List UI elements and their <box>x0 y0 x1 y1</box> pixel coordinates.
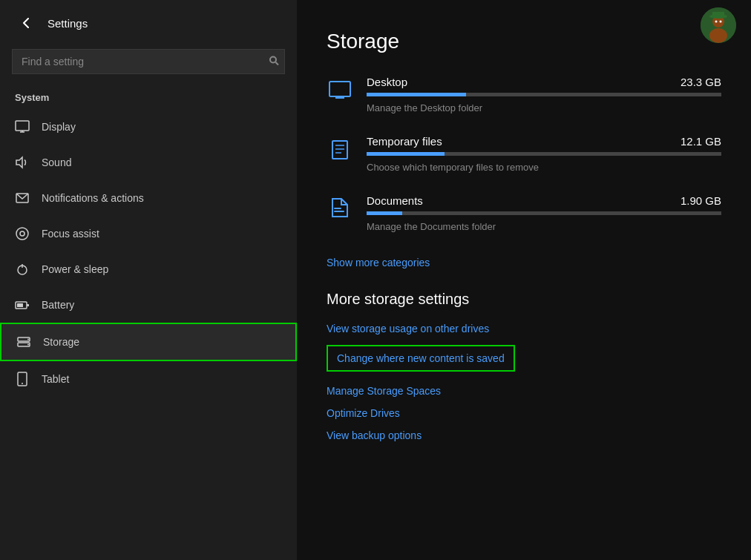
svg-rect-13 <box>17 303 23 307</box>
svg-point-0 <box>270 57 276 63</box>
documents-storage-desc: Manage the Documents folder <box>367 221 496 232</box>
sound-label: Sound <box>42 157 71 168</box>
sidebar-item-battery[interactable]: Battery <box>0 287 297 323</box>
search-input[interactable] <box>12 49 285 74</box>
documents-storage-header: Documents 1.90 GB <box>367 194 721 207</box>
svg-point-26 <box>720 21 722 23</box>
svg-rect-24 <box>712 12 724 17</box>
focus-assist-icon <box>15 226 30 241</box>
svg-point-17 <box>27 344 29 346</box>
desktop-progress-bg <box>367 93 721 96</box>
documents-progress-fill <box>367 211 402 215</box>
storage-links: View storage usage on other drives Chang… <box>327 323 721 441</box>
optimize-drives-link[interactable]: Optimize Drives <box>327 407 721 419</box>
search-icon-button[interactable] <box>269 56 279 68</box>
documents-storage-icon <box>327 196 353 223</box>
storage-item-documents: Documents 1.90 GB Manage the Documents f… <box>327 194 721 233</box>
more-storage-settings-title: More storage settings <box>327 291 721 308</box>
storage-item-temp: Temporary files 12.1 GB Choose which tem… <box>327 135 721 174</box>
avatar <box>701 7 736 43</box>
sidebar-header: Settings <box>0 0 297 46</box>
page-title: Storage <box>327 30 721 53</box>
back-button[interactable] <box>15 12 37 34</box>
documents-progress-bg <box>367 211 721 215</box>
svg-point-22 <box>709 28 727 43</box>
storage-item-desktop: Desktop 23.3 GB Manage the Desktop folde… <box>327 76 721 114</box>
documents-storage-name: Documents <box>367 194 423 207</box>
system-label: System <box>0 86 297 109</box>
svg-rect-35 <box>334 211 344 212</box>
desktop-storage-name: Desktop <box>367 76 407 88</box>
sound-icon <box>15 155 30 170</box>
sidebar-item-power-sleep[interactable]: Power & sleep <box>0 251 297 287</box>
svg-point-16 <box>27 339 29 340</box>
display-icon <box>15 119 30 134</box>
tablet-icon <box>15 372 30 386</box>
focus-assist-label: Focus assist <box>42 228 99 240</box>
sidebar-item-notifications[interactable]: Notifications & actions <box>0 180 297 216</box>
desktop-storage-desc: Manage the Desktop folder <box>367 102 482 113</box>
temp-storage-header: Temporary files 12.1 GB <box>367 135 721 148</box>
view-storage-link[interactable]: View storage usage on other drives <box>327 323 721 335</box>
desktop-storage-size: 23.3 GB <box>681 76 721 88</box>
display-label: Display <box>42 121 76 133</box>
temp-storage-name: Temporary files <box>367 135 442 148</box>
main-content: Storage Desktop 23.3 GB Manage the Deskt… <box>297 0 751 560</box>
notifications-icon <box>15 191 30 205</box>
desktop-progress-fill <box>367 93 466 96</box>
svg-rect-12 <box>27 304 29 306</box>
svg-rect-27 <box>329 82 350 96</box>
tablet-label: Tablet <box>42 373 69 385</box>
sidebar-item-storage[interactable]: Storage <box>0 323 297 361</box>
temp-storage-content: Temporary files 12.1 GB Choose which tem… <box>367 135 721 174</box>
svg-rect-2 <box>16 121 29 131</box>
svg-point-19 <box>22 383 23 384</box>
sidebar-item-display[interactable]: Display <box>0 109 297 145</box>
notifications-label: Notifications & actions <box>42 192 144 204</box>
temp-progress-fill <box>367 152 445 156</box>
sidebar-item-sound[interactable]: Sound <box>0 145 297 180</box>
sidebar-item-focus-assist[interactable]: Focus assist <box>0 216 297 251</box>
storage-icon <box>16 335 31 349</box>
temp-storage-icon <box>327 136 353 163</box>
svg-point-25 <box>715 21 718 23</box>
documents-storage-content: Documents 1.90 GB Manage the Documents f… <box>367 194 721 233</box>
sidebar-item-tablet[interactable]: Tablet <box>0 361 297 397</box>
temp-storage-size: 12.1 GB <box>681 135 721 148</box>
temp-storage-desc: Choose which temporary files to remove <box>367 162 539 173</box>
power-sleep-label: Power & sleep <box>42 263 108 275</box>
manage-spaces-link[interactable]: Manage Storage Spaces <box>327 385 721 397</box>
desktop-storage-header: Desktop 23.3 GB <box>367 76 721 88</box>
settings-title: Settings <box>47 17 88 30</box>
battery-label: Battery <box>42 299 74 311</box>
svg-rect-34 <box>334 208 341 209</box>
svg-point-8 <box>20 231 24 236</box>
power-icon <box>15 262 30 277</box>
storage-label: Storage <box>43 336 79 348</box>
temp-progress-bg <box>367 152 721 156</box>
backup-options-link[interactable]: View backup options <box>327 429 721 441</box>
desktop-storage-content: Desktop 23.3 GB Manage the Desktop folde… <box>367 76 721 114</box>
battery-icon <box>15 297 30 312</box>
show-more-categories-link[interactable]: Show more categories <box>327 257 430 269</box>
search-box <box>12 49 285 74</box>
documents-storage-size: 1.90 GB <box>681 194 721 207</box>
svg-line-1 <box>276 62 279 65</box>
desktop-storage-icon <box>327 77 353 104</box>
svg-point-7 <box>16 228 28 240</box>
sidebar: Settings System Display <box>0 0 297 560</box>
svg-marker-5 <box>16 157 22 168</box>
change-content-link[interactable]: Change where new content is saved <box>327 345 515 372</box>
svg-rect-30 <box>332 141 347 159</box>
